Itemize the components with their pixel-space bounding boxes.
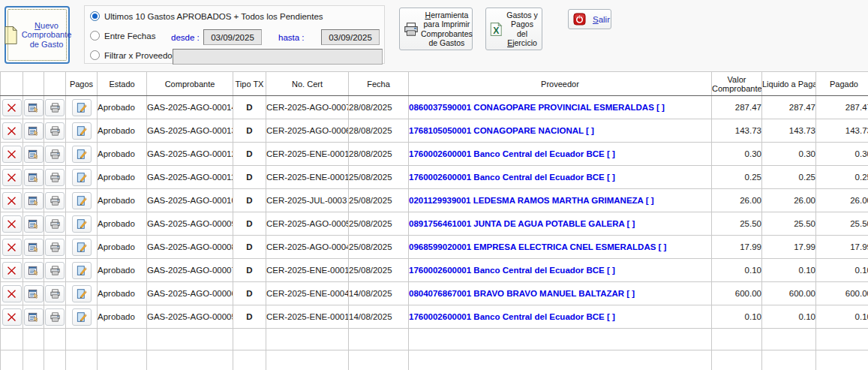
comprobante-cell: GAS-2025-AGO-00006: [147, 282, 233, 305]
properties-button[interactable]: [24, 146, 44, 163]
pagos-button[interactable]: [72, 285, 92, 302]
pagos-button[interactable]: [72, 146, 92, 163]
valor-comprobante-cell: 287.47: [712, 96, 762, 119]
exit-button[interactable]: Salir: [568, 9, 611, 29]
estado-cell: Aprobado: [98, 189, 147, 212]
print-row-button[interactable]: [45, 215, 65, 233]
fecha-cell: 28/08/2025: [349, 143, 409, 166]
print-row-button[interactable]: [45, 192, 65, 209]
print-row-button[interactable]: [45, 169, 65, 186]
expense-grid: Pagos Estado Comprobante Tipo TX No. Cer…: [0, 71, 868, 370]
radio-filter-provider[interactable]: Filtrar x Proveedor: [90, 50, 176, 60]
pagos-button[interactable]: [72, 215, 92, 233]
table-row: Aprobado GAS-2025-AGO-00013 D CER-2025-A…: [1, 119, 868, 143]
print-row-button[interactable]: [45, 262, 65, 279]
pagado-cell: 17.99: [816, 236, 868, 259]
liquido-a-pagar-cell: 25.50: [762, 212, 816, 236]
tipo-tx-cell: D: [233, 119, 266, 143]
col-header-pagado: Pagado: [816, 72, 868, 96]
properties-button[interactable]: [24, 122, 44, 140]
liquido-a-pagar-cell: 143.73: [762, 119, 816, 143]
pagos-button[interactable]: [72, 192, 92, 209]
properties-button[interactable]: [24, 285, 44, 302]
excel-report-button[interactable]: X Gastos y Pagos del Ejercicio: [485, 8, 542, 50]
proveedor-link[interactable]: 1760002600001 Banco Central del Ecuador …: [409, 259, 712, 282]
liquido-a-pagar-cell: 287.47: [762, 96, 816, 119]
no-cert-cell: CER-2025-AGO-0004: [266, 236, 349, 259]
print-row-button[interactable]: [45, 308, 65, 326]
proveedor-link[interactable]: 0968599020001 EMPRESA ELECTRICA CNEL ESM…: [409, 236, 712, 259]
radio-latest-expenses[interactable]: Ultimos 10 Gastos APROBADOS + Todos los …: [90, 11, 323, 21]
delete-button[interactable]: [2, 169, 22, 186]
col-header-print: [44, 72, 66, 96]
no-cert-cell: CER-2025-ENE-0001: [266, 305, 349, 329]
delete-button[interactable]: [2, 122, 22, 140]
delete-button[interactable]: [2, 215, 22, 233]
table-row: Aprobado GAS-2025-AGO-00011 D CER-2025-E…: [1, 166, 868, 189]
properties-button[interactable]: [24, 192, 44, 209]
hasta-date-input[interactable]: [321, 29, 380, 45]
delete-button[interactable]: [2, 262, 22, 279]
pagos-button[interactable]: [72, 239, 92, 256]
radio-latest-label: Ultimos 10 Gastos APROBADOS + Todos los …: [104, 12, 323, 21]
provider-filter-input[interactable]: [173, 49, 383, 65]
radio-dates-label: Entre Fechas: [104, 32, 155, 41]
proveedor-link[interactable]: 0201129939001 LEDESMA RAMOS MARTHA GRIMA…: [409, 189, 712, 212]
desde-date-input[interactable]: [203, 29, 262, 45]
tipo-tx-cell: D: [233, 259, 266, 282]
radio-unselected-icon[interactable]: [90, 50, 100, 60]
pagos-button[interactable]: [72, 262, 92, 279]
estado-cell: Aprobado: [98, 236, 147, 259]
print-row-button[interactable]: [45, 285, 65, 302]
proveedor-link[interactable]: 1760002600001 Banco Central del Ecuador …: [409, 166, 712, 189]
fecha-cell: 25/08/2025: [349, 212, 409, 236]
radio-unselected-icon[interactable]: [90, 31, 100, 41]
radio-selected-icon[interactable]: [90, 11, 100, 21]
new-document-icon: [3, 26, 19, 45]
print-comprobantes-button[interactable]: Herramienta para Imprimir Comprobantes d…: [399, 8, 473, 50]
comprobante-cell: GAS-2025-AGO-00014: [147, 96, 233, 119]
delete-button[interactable]: [2, 239, 22, 256]
proveedor-link[interactable]: 0860037590001 CONAGOPARE PROVINCIAL ESME…: [409, 96, 712, 119]
tipo-tx-cell: D: [233, 96, 266, 119]
radio-between-dates[interactable]: Entre Fechas: [90, 31, 155, 41]
properties-button[interactable]: [24, 262, 44, 279]
col-header-pagos: Pagos: [66, 72, 98, 96]
valor-comprobante-cell: 25.50: [712, 212, 762, 236]
estado-cell: Aprobado: [98, 166, 147, 189]
pagos-button[interactable]: [72, 169, 92, 186]
no-cert-cell: CER-2025-AGO-0007: [266, 96, 349, 119]
pagado-cell: 600.00: [816, 282, 868, 305]
proveedor-link[interactable]: 0804076867001 BRAVO BRAVO MANUEL BALTAZA…: [409, 282, 712, 305]
tipo-tx-cell: D: [233, 305, 266, 329]
properties-button[interactable]: [24, 215, 44, 233]
print-row-button[interactable]: [45, 122, 65, 140]
proveedor-link[interactable]: 1768105050001 CONAGOPARE NACIONAL [ ]: [409, 119, 712, 143]
print-row-button[interactable]: [45, 99, 65, 116]
delete-button[interactable]: [2, 192, 22, 209]
estado-cell: Aprobado: [98, 305, 147, 329]
proveedor-link[interactable]: 1760002600001 Banco Central del Ecuador …: [409, 143, 712, 166]
print-row-button[interactable]: [45, 239, 65, 256]
delete-button[interactable]: [2, 308, 22, 326]
delete-button[interactable]: [2, 285, 22, 302]
properties-button[interactable]: [24, 169, 44, 186]
properties-button[interactable]: [24, 99, 44, 116]
print-row-button[interactable]: [45, 146, 65, 163]
delete-button[interactable]: [2, 146, 22, 163]
pagos-button[interactable]: [72, 99, 92, 116]
comprobante-cell: GAS-2025-AGO-00010: [147, 189, 233, 212]
svg-text:X: X: [493, 25, 500, 35]
pagos-button[interactable]: [72, 308, 92, 326]
pagos-button[interactable]: [72, 122, 92, 140]
properties-button[interactable]: [24, 308, 44, 326]
delete-button[interactable]: [2, 99, 22, 116]
proveedor-link[interactable]: 0891756461001 JUNTA DE AGUA POTABLE GALE…: [409, 212, 712, 236]
fecha-cell: 25/08/2025: [349, 259, 409, 282]
proveedor-link[interactable]: 1760002600001 Banco Central del Ecuador …: [409, 305, 712, 329]
properties-button[interactable]: [24, 239, 44, 256]
tipo-tx-cell: D: [233, 166, 266, 189]
table-row: Aprobado GAS-2025-AGO-00012 D CER-2025-E…: [1, 143, 868, 166]
new-expense-button[interactable]: Nuevo Comprobante de Gasto: [5, 6, 70, 64]
expense-table-body: Aprobado GAS-2025-AGO-00014 D CER-2025-A…: [1, 96, 868, 370]
